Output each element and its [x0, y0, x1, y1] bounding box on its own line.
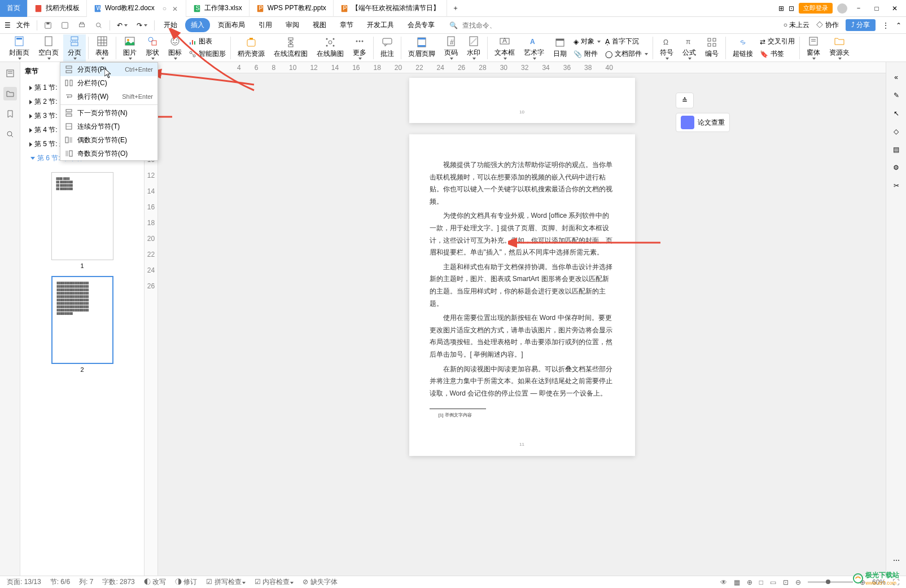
page-1[interactable]: 10 [409, 78, 635, 123]
ribbon-number[interactable]: 编号 [701, 34, 723, 62]
apps-icon[interactable]: ⊡ [789, 5, 794, 12]
ribbon-resourcefolder[interactable]: 资源夹 [825, 34, 854, 62]
grid-icon[interactable]: ⊞ [778, 5, 784, 12]
tab-review[interactable]: 审阅 [280, 18, 305, 32]
ribbon-image[interactable]: 图片 [119, 34, 141, 62]
tab-view[interactable]: 视图 [307, 18, 332, 32]
ribbon-table[interactable]: 表格 [91, 34, 113, 62]
coop-button[interactable]: ◇ 协作 [816, 20, 838, 30]
ribbon-pagenum[interactable]: #页码 [440, 34, 462, 62]
rightbar-pen[interactable]: ✎ [894, 91, 899, 99]
tab-home[interactable]: 首页 [0, 0, 28, 17]
dropdown-nextpage[interactable]: 下一页分节符(N) [60, 106, 157, 120]
search-box[interactable]: 🔍 [449, 21, 496, 29]
thumbnail-1[interactable]: ████ ██████ ██████████ ██████████ ██████… [51, 172, 113, 260]
tab-vip[interactable]: 会员专享 [402, 18, 440, 32]
ribbon-dropcap[interactable]: Ạ 首字下沉 [605, 36, 648, 47]
ribbon-docpart[interactable]: ◯ 文档部件 [605, 49, 648, 60]
avatar-icon[interactable] [837, 3, 847, 14]
ribbon-headerfooter[interactable]: 页眉页脚 [404, 34, 440, 62]
ribbon-icon[interactable]: 图标 [164, 34, 186, 62]
rightbar-shape[interactable]: ◇ [894, 128, 899, 135]
cloud-status[interactable]: ○ 未上云 [784, 20, 810, 30]
status-view-3[interactable]: ⊕ [747, 578, 752, 586]
tab-section[interactable]: 章节 [334, 18, 359, 32]
ribbon-flowchart[interactable]: 在线流程图 [269, 34, 312, 62]
ribbon-shape[interactable]: 形状 [141, 34, 164, 62]
leftbar-bookmark[interactable] [3, 107, 17, 121]
ribbon-textbox[interactable]: A文本框 [490, 34, 519, 62]
status-revise[interactable]: ◑ 修订 [175, 577, 197, 587]
ribbon-comment[interactable]: 批注 [376, 34, 399, 62]
status-view-2[interactable]: ▦ [734, 578, 740, 586]
status-view-4[interactable]: □ [759, 578, 763, 586]
ribbon-object[interactable]: ◈ 对象 [574, 36, 601, 47]
tab-start[interactable]: 开始 [158, 18, 183, 32]
tab-add-button[interactable]: ＋ [447, 3, 464, 13]
tab-excel[interactable]: S工作簿3.xlsx [186, 0, 250, 17]
save-as-button[interactable] [58, 19, 72, 32]
ribbon-cover[interactable]: 封面页 [5, 34, 34, 62]
tab-template[interactable]: 找稻壳模板 [28, 0, 87, 17]
tab-ppt1[interactable]: PWPS PPT教程.pptx [250, 0, 334, 17]
zoom-slider[interactable] [808, 581, 853, 583]
status-spell[interactable]: ☑ 拼写检查 [206, 577, 245, 587]
ribbon-form[interactable]: 窗体 [802, 34, 825, 62]
tab-word-doc[interactable]: WWord教程2.docx○✕ [87, 0, 186, 17]
ribbon-mindmap[interactable]: 在线脑图 [312, 34, 348, 62]
share-button[interactable]: ⤴ 分享 [846, 19, 876, 31]
close-icon[interactable]: ✕ [172, 5, 179, 12]
ribbon-wordart[interactable]: A艺术字 [519, 34, 549, 62]
rightbar-settings[interactable]: ⚙ [893, 164, 899, 172]
rightbar-clip[interactable]: ✂ [894, 182, 899, 190]
more-menu[interactable]: ⋮ [882, 21, 889, 29]
tab-reference[interactable]: 引用 [253, 18, 278, 32]
tab-ppt2[interactable]: P【端午狂欢祝福浓情满节日】 [334, 0, 447, 17]
zoom-out[interactable]: ⊖ [795, 578, 801, 586]
status-view-6[interactable]: ⊡ [783, 578, 789, 586]
tab-dev[interactable]: 开发工具 [361, 18, 400, 32]
status-edit[interactable]: ◐ 改写 [144, 577, 166, 587]
status-content[interactable]: ☑ 内容检查 [255, 577, 294, 587]
rightbar-expand[interactable]: « [894, 73, 898, 81]
ribbon-smartart[interactable]: 智能图形 [189, 49, 226, 60]
ribbon-watermark[interactable]: 水印 [462, 34, 485, 62]
dropdown-columnbreak[interactable]: 分栏符(C) [60, 76, 157, 90]
file-menu[interactable]: 文件 [13, 19, 33, 32]
ribbon-equation[interactable]: π公式 [678, 34, 701, 62]
rightbar-layer[interactable]: ▤ [893, 146, 899, 153]
status-view-5[interactable]: ▭ [770, 578, 776, 586]
tab-menu-icon[interactable]: ○ [163, 5, 167, 12]
rightbar-select[interactable]: ↖ [894, 109, 899, 117]
ribbon-chart[interactable]: 图表 [189, 36, 226, 47]
maximize-button[interactable]: □ [870, 2, 883, 15]
dropdown-wrapbreak[interactable]: 换行符(W)Shift+Enter [60, 90, 157, 103]
ribbon-symbol[interactable]: Ω符号 [655, 34, 678, 62]
dropdown-continuous[interactable]: 连续分节符(T) [60, 120, 157, 133]
document-canvas[interactable]: 46810121416182022242628303234363840 10 视… [158, 62, 886, 576]
status-page[interactable]: 页面: 13/13 [7, 577, 41, 587]
ribbon-bookmark[interactable]: 🔖 书签 [760, 49, 795, 60]
rightbar-more[interactable]: ⋯ [893, 556, 900, 564]
tab-insert[interactable]: 插入 [185, 18, 210, 32]
expand-button[interactable]: ⌃ [896, 21, 901, 29]
ribbon-pagebreak[interactable]: 分页 [63, 34, 86, 62]
tab-layout[interactable]: 页面布局 [212, 18, 251, 32]
paper-check-button[interactable]: 论文查重 [676, 113, 730, 132]
leftbar-outline[interactable] [3, 67, 17, 80]
float-collapse[interactable]: ≙ [676, 93, 694, 108]
ribbon-hyperlink[interactable]: 超链接 [728, 34, 758, 62]
leftbar-search[interactable] [3, 128, 17, 141]
ribbon-blank[interactable]: 空白页 [34, 34, 63, 62]
dropdown-oddpage[interactable]: 奇数页分节符(O) [60, 147, 157, 160]
login-button[interactable]: 立即登录 [799, 3, 833, 14]
status-font[interactable]: ⊘ 缺失字体 [303, 577, 337, 587]
ribbon-crossref[interactable]: ⇄ 交叉引用 [760, 36, 795, 47]
thumbnail-2[interactable]: ████████████████████████████████████████… [51, 276, 113, 364]
dropdown-pagebreak[interactable]: 分页符(P)Ctrl+Enter [60, 63, 157, 76]
save-button[interactable] [41, 19, 55, 32]
dropdown-evenpage[interactable]: 偶数页分节符(E) [60, 133, 157, 147]
leftbar-sections[interactable] [3, 87, 17, 100]
status-view-1[interactable]: 👁 [720, 578, 727, 586]
ribbon-attach[interactable]: 📎 附件 [574, 49, 601, 60]
